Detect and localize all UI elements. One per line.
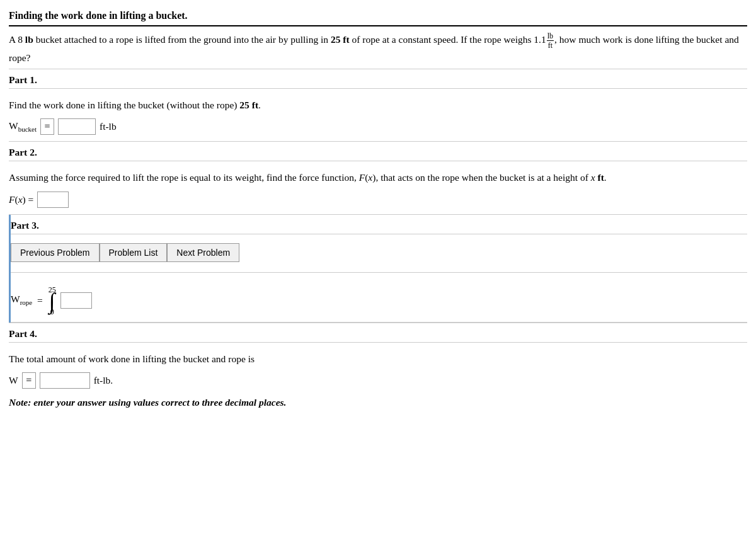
wrope-equals: = <box>35 295 45 306</box>
part4-header: Part 4. <box>9 323 747 343</box>
part4-equals: = <box>22 372 36 389</box>
part3-label: Part 3. <box>11 220 39 231</box>
section-title: Finding the work done in lifting a bucke… <box>9 6 747 26</box>
next-problem-button[interactable]: Next Problem <box>167 243 239 262</box>
part1-input[interactable] <box>58 118 96 135</box>
nav-buttons: Previous Problem Problem List Next Probl… <box>11 243 747 262</box>
part3-nav-area: Previous Problem Problem List Next Probl… <box>11 234 747 273</box>
part1-header: Part 1. <box>9 69 747 89</box>
wrope-integral-display: Wrope = 25 ∫ 0 <box>11 284 747 317</box>
part3-rope-area: Wrope = 25 ∫ 0 <box>11 273 747 323</box>
wrope-input[interactable] <box>60 292 92 309</box>
part1-equals: = <box>40 118 54 135</box>
part4-w-label: W <box>9 375 18 386</box>
part2-label: Part 2. <box>9 147 37 157</box>
section-title-text: Finding the work done in lifting a bucke… <box>9 10 188 21</box>
part4-unit: ft-lb. <box>94 375 113 386</box>
part4-instruction: The total amount of work done in lifting… <box>9 352 747 366</box>
part2-header: Part 2. <box>9 142 747 161</box>
problem-text: A 8 lb bucket attached to a rope is lift… <box>9 34 739 62</box>
problem-statement: A 8 lb bucket attached to a rope is lift… <box>9 26 747 69</box>
part4-note: Note: enter your answer using values cor… <box>9 395 747 409</box>
part3-section: Part 3. Previous Problem Problem List Ne… <box>9 215 747 323</box>
part4-label: Part 4. <box>9 328 37 339</box>
part1-answer-line: Wbucket = ft-lb <box>9 118 747 135</box>
integral-upper-bound: 25 ∫ 0 <box>48 284 57 317</box>
prev-problem-button[interactable]: Previous Problem <box>11 243 100 262</box>
part1-section: Part 1. Find the work done in lifting th… <box>9 69 747 141</box>
part1-content: Find the work done in lifting the bucket… <box>9 89 747 141</box>
part4-answer-line: W = ft-lb. <box>9 372 747 389</box>
part2-fx-label: F(x) = <box>9 194 33 205</box>
part3-header: Part 3. <box>11 215 747 234</box>
part2-input[interactable] <box>37 192 69 208</box>
part2-instruction: Assuming the force required to lift the … <box>9 170 747 185</box>
main-container: Finding the work done in lifting a bucke… <box>0 0 756 435</box>
problem-list-button[interactable]: Problem List <box>100 243 168 262</box>
part1-label: Part 1. <box>9 74 37 85</box>
part4-section: Part 4. The total amount of work done in… <box>9 323 747 423</box>
part4-content: The total amount of work done in lifting… <box>9 343 747 423</box>
part4-input[interactable] <box>40 372 90 389</box>
part2-section: Part 2. Assuming the force required to l… <box>9 142 747 214</box>
part1-instruction: Find the work done in lifting the bucket… <box>9 98 747 112</box>
part1-unit: ft-lb <box>100 121 117 132</box>
part2-content: Assuming the force required to lift the … <box>9 161 747 214</box>
wrope-label: Wrope <box>11 294 32 306</box>
part2-answer-line: F(x) = <box>9 192 747 208</box>
part1-w-label: Wbucket <box>9 120 37 133</box>
